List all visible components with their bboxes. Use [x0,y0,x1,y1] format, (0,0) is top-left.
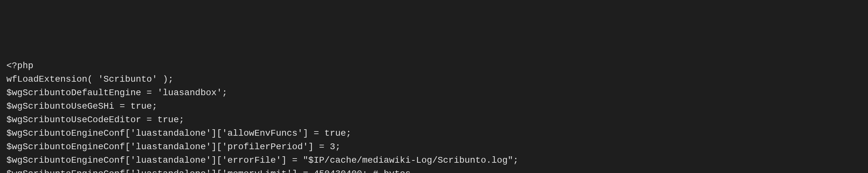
code-line: $wgScribuntoEngineConf['luastandalone'][… [6,140,862,154]
code-line: <?php [6,59,862,73]
code-block: <?phpwfLoadExtension( 'Scribunto' );$wgS… [6,59,862,173]
code-line: $wgScribuntoDefaultEngine = 'luasandbox'… [6,86,862,100]
code-line: $wgScribuntoUseCodeEditor = true; [6,113,862,127]
code-line: $wgScribuntoEngineConf['luastandalone'][… [6,154,862,167]
code-line: $wgScribuntoUseGeSHi = true; [6,100,862,113]
code-line: $wgScribuntoEngineConf['luastandalone'][… [6,127,862,140]
code-line: $wgScribuntoEngineConf['luastandalone'][… [6,167,862,173]
code-line: wfLoadExtension( 'Scribunto' ); [6,73,862,86]
